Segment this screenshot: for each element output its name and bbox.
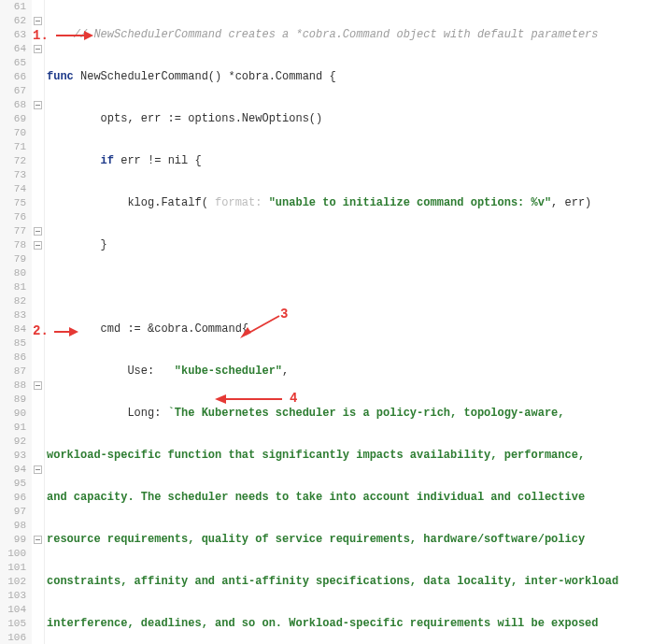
line-number: 76 (2, 210, 26, 224)
line-number: 82 (2, 294, 26, 308)
fold-toggle-icon[interactable] (32, 238, 44, 252)
line-number: 99 (2, 533, 26, 547)
line-number: 80 (2, 266, 26, 280)
arrow-icon (54, 326, 78, 337)
fold-toggle-icon[interactable] (32, 98, 44, 112)
annotation-4: 4 (290, 391, 297, 406)
line-number: 103 (2, 589, 26, 603)
line-number: 86 (2, 351, 26, 365)
line-number: 84 (2, 322, 26, 336)
code-line: // NewSchedulerCommand creates a *cobra.… (47, 28, 599, 41)
line-number: 93 (2, 449, 26, 463)
line-number: 98 (2, 519, 26, 533)
line-number: 92 (2, 435, 26, 449)
line-number: 62 (2, 14, 26, 28)
line-number: 64 (2, 42, 26, 56)
line-number: 102 (2, 575, 26, 589)
fold-gutter (32, 0, 45, 644)
line-number: 61 (2, 0, 26, 14)
line-number: 66 (2, 70, 26, 84)
line-number: 68 (2, 98, 26, 112)
line-number: 85 (2, 336, 26, 351)
line-number-gutter: 61 62 63 64 65 66 67 68 69 70 71 72 73 7… (0, 0, 32, 644)
line-number: 106 (2, 631, 26, 644)
annotation-3: 3 (280, 307, 288, 322)
line-number: 75 (2, 196, 26, 210)
line-number: 65 (2, 56, 26, 70)
line-number: 74 (2, 182, 26, 196)
code-area[interactable]: // NewSchedulerCommand creates a *cobra.… (45, 0, 652, 644)
svg-marker-18 (84, 31, 93, 40)
line-number: 95 (2, 477, 26, 491)
line-number: 100 (2, 547, 26, 561)
line-number: 71 (2, 140, 26, 154)
line-number: 90 (2, 407, 26, 421)
line-number: 79 (2, 252, 26, 266)
line-number: 91 (2, 421, 26, 435)
line-number: 67 (2, 84, 26, 98)
annotation-2: 2. (33, 323, 49, 338)
svg-marker-20 (69, 327, 78, 336)
code-editor: 61 62 63 64 65 66 67 68 69 70 71 72 73 7… (0, 0, 652, 644)
line-number: 83 (2, 308, 26, 322)
line-number: 88 (2, 379, 26, 393)
line-number: 73 (2, 168, 26, 182)
arrow-icon (238, 314, 281, 338)
svg-marker-22 (240, 327, 251, 338)
line-number: 63 (2, 28, 26, 42)
svg-line-21 (246, 316, 279, 335)
fold-toggle-icon[interactable] (32, 42, 44, 56)
arrow-icon (215, 394, 282, 405)
fold-toggle-icon[interactable] (32, 533, 44, 547)
line-number: 89 (2, 393, 26, 407)
line-number: 104 (2, 603, 26, 617)
line-number: 96 (2, 491, 26, 505)
fold-toggle-icon[interactable] (32, 379, 44, 393)
fold-toggle-icon[interactable] (32, 14, 44, 28)
line-number: 94 (2, 463, 26, 477)
line-number: 97 (2, 505, 26, 519)
arrow-icon (56, 30, 93, 41)
line-number: 101 (2, 561, 26, 575)
annotation-1: 1. (33, 28, 49, 43)
svg-marker-24 (215, 394, 226, 404)
line-number: 105 (2, 617, 26, 631)
line-number: 87 (2, 365, 26, 379)
line-number: 69 (2, 112, 26, 126)
fold-toggle-icon[interactable] (32, 463, 44, 477)
fold-toggle-icon[interactable] (32, 224, 44, 238)
line-number: 70 (2, 126, 26, 140)
line-number: 72 (2, 154, 26, 168)
line-number: 81 (2, 280, 26, 294)
line-number: 77 (2, 224, 26, 238)
line-number: 78 (2, 238, 26, 252)
